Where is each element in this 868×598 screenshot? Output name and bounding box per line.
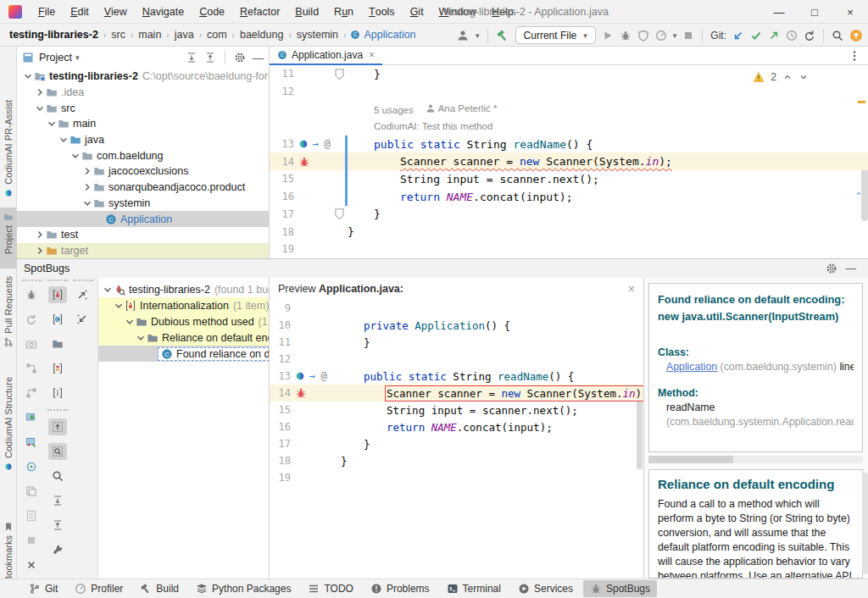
project-tree-row-target[interactable]: target	[17, 243, 269, 258]
line-number[interactable]: 15	[270, 404, 295, 416]
spotbugs-tree-row-internationalization[interactable]: Internationalization(1 item)	[98, 297, 269, 313]
breadcrumb-file[interactable]: Application	[364, 29, 415, 41]
line-number[interactable]: 14	[270, 156, 298, 168]
code-line[interactable]: 5 usagesAna Peterlić *	[270, 100, 868, 118]
search-button[interactable]	[48, 468, 67, 484]
chevron-down-icon[interactable]: ▾	[673, 31, 677, 40]
line-number[interactable]: 17	[270, 438, 295, 450]
spotbugs-tree-row-found-reliance-on-d[interactable]: CFound reliance on d	[98, 346, 269, 362]
import-button[interactable]	[73, 311, 92, 328]
gutter[interactable]: 12	[270, 86, 345, 97]
chevron-right-icon[interactable]	[81, 166, 93, 176]
spotbugs-tree-row-reliance-on-default-enc[interactable]: Reliance on default enc	[98, 329, 269, 346]
line-number[interactable]: 19	[270, 472, 295, 484]
user-avatar-icon[interactable]	[456, 29, 470, 42]
menu-view[interactable]: View	[97, 0, 135, 24]
arrow-up-box-button[interactable]	[48, 418, 67, 435]
gutter[interactable]: 11	[270, 68, 345, 81]
square-button[interactable]	[22, 532, 41, 549]
collapse-all-button[interactable]	[48, 517, 67, 534]
tool-tab-codiumai-structure[interactable]: CodiumAI Structure	[0, 373, 17, 473]
tool-window-button-services[interactable]: Services	[511, 580, 580, 597]
stop-button[interactable]	[682, 30, 694, 42]
chevron-right-icon[interactable]	[34, 87, 46, 97]
line-number[interactable]: 15	[270, 173, 298, 185]
code-line-17[interactable]: 17}	[270, 206, 868, 224]
project-tree-row-com-baeldung[interactable]: com.baeldung	[17, 147, 269, 163]
copy-button[interactable]	[22, 483, 41, 500]
menu-refactor[interactable]: Refactor	[232, 0, 287, 24]
menu-build[interactable]: Build	[287, 0, 326, 24]
fold-marker[interactable]	[334, 208, 345, 221]
chevron-down-icon[interactable]: ▾	[476, 31, 480, 40]
breadcrumb-item[interactable]: testing-libraries-2	[8, 29, 99, 41]
preview-code-area[interactable]: 910private Application() {11}1213→@publi…	[270, 300, 643, 486]
chevron-down-icon[interactable]	[46, 119, 58, 129]
gutter[interactable]: 12	[270, 353, 338, 365]
chevron-down-icon[interactable]	[102, 285, 114, 295]
code-line-9[interactable]: 9	[270, 300, 643, 317]
update-project-button[interactable]	[732, 30, 744, 42]
tool-window-button-build[interactable]: Build	[133, 580, 186, 597]
line-number[interactable]: 13	[270, 138, 298, 150]
gutter[interactable]: 19	[270, 243, 345, 255]
line-number[interactable]: 16	[270, 191, 298, 202]
run-button[interactable]	[602, 30, 614, 42]
gutter[interactable]: 13→@	[270, 138, 345, 150]
gutter[interactable]: 15	[270, 173, 345, 185]
project-tree-row-testing-libraries-2[interactable]: testing-libraries-2C:\opt\source\baeldun…	[17, 69, 269, 85]
info-bracket-button[interactable]	[48, 385, 67, 401]
scrollbar-thumb[interactable]	[862, 473, 868, 574]
tool-tab-bookmarks[interactable]: Bookmarks	[0, 518, 17, 575]
tool-window-button-todo[interactable]: TODO	[301, 580, 359, 597]
tool-window-button-profiler[interactable]: Profiler	[68, 580, 130, 597]
project-view-title[interactable]: Project	[39, 52, 72, 64]
chevron-down-icon[interactable]	[22, 71, 34, 81]
expand-all-button[interactable]	[48, 492, 67, 509]
bug-gray-button[interactable]	[22, 286, 41, 303]
tool-window-button-problems[interactable]: Problems	[364, 580, 437, 597]
code-line-13[interactable]: 13→@public static String readName() {	[270, 136, 868, 153]
project-tree-row-systemin[interactable]: systemin	[17, 196, 269, 212]
line-number[interactable]: 18	[270, 455, 295, 467]
chevron-down-icon[interactable]	[124, 317, 136, 327]
chevron-right-icon[interactable]	[34, 230, 46, 240]
chevron-down-icon[interactable]	[34, 103, 46, 114]
profiler-button[interactable]	[655, 30, 667, 42]
build-project-button[interactable]	[496, 29, 509, 42]
gutter[interactable]: 17	[270, 208, 345, 221]
code-line-19[interactable]: 19	[270, 469, 643, 486]
code-line-18[interactable]: 18}	[270, 223, 868, 241]
menu-edit[interactable]: Edit	[63, 0, 97, 24]
gutter[interactable]: 13→@	[270, 370, 338, 382]
code-line-11[interactable]: 11}	[270, 65, 868, 83]
bug-bracket-button[interactable]	[48, 286, 67, 303]
fold-marker[interactable]	[334, 68, 345, 81]
project-tree-row-idea[interactable]: .idea	[17, 85, 269, 101]
tool-window-button-spotbugs[interactable]: SpotBugs	[583, 580, 657, 597]
run-configuration-select[interactable]: Current File ▾	[515, 26, 596, 44]
code-line-15[interactable]: 15String input = scanner.next();	[270, 401, 643, 418]
line-number[interactable]: 18	[270, 226, 298, 238]
breadcrumb-item[interactable]: systemin	[296, 29, 339, 41]
tool-tab-codiumai-pr-assist[interactable]: CodiumAI PR-Assist	[0, 96, 17, 206]
export-button[interactable]	[73, 286, 92, 303]
chevron-down-icon[interactable]	[113, 301, 125, 311]
project-tree-row-jacocoexclusions[interactable]: jacocoexclusions	[17, 163, 269, 180]
selected-tree-cell[interactable]: CFound reliance on d	[158, 347, 270, 361]
code-line-16[interactable]: 16return NAME.concat(input);	[270, 418, 643, 435]
gutter[interactable]: 17	[270, 438, 338, 450]
gutter[interactable]: 14	[270, 387, 338, 399]
line-number[interactable]: 16	[270, 421, 295, 433]
gutter[interactable]: 14	[270, 156, 345, 168]
window-arrow2-button[interactable]	[22, 434, 41, 451]
tool-window-button-git[interactable]: Git	[22, 580, 64, 597]
class-link[interactable]: Application	[666, 361, 717, 373]
chevron-down-icon[interactable]	[58, 135, 70, 145]
code-line-11[interactable]: 11}	[270, 334, 643, 351]
menu-run[interactable]: Run	[326, 0, 361, 24]
tool-window-button-python-packages[interactable]: Python Packages	[189, 580, 298, 597]
wrench-button[interactable]	[48, 541, 67, 558]
chevron-down-icon[interactable]	[135, 333, 147, 343]
update-notification-icon[interactable]	[849, 29, 863, 42]
